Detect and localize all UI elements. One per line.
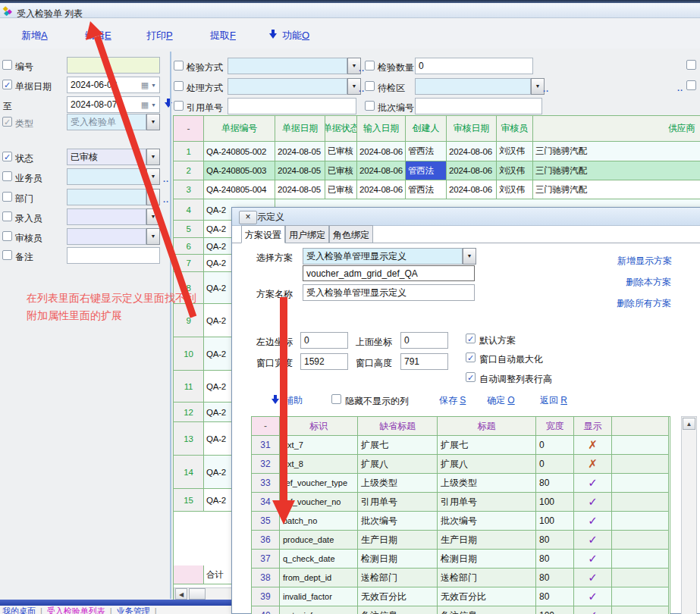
cell-width[interactable]: 80 xyxy=(536,587,574,606)
check-method-browse-dots[interactable]: .. xyxy=(359,64,365,73)
table-row[interactable]: 33ref_voucher_type上级类型上级类型80✓ xyxy=(252,474,669,493)
wait-area-checkbox[interactable] xyxy=(365,81,375,91)
cell-width[interactable]: 100 xyxy=(536,606,574,614)
table-row[interactable]: 34ref_voucher_no引用单号引用单号100✓ xyxy=(252,493,669,512)
cell-auditor[interactable]: 刘汉伟 xyxy=(497,180,533,199)
cell-width[interactable]: 0 xyxy=(536,455,574,473)
cell-default-title[interactable]: 引用单号 xyxy=(358,493,438,511)
header-field-id[interactable]: 标识 xyxy=(280,417,358,435)
cell-input-date[interactable]: 2024-08-06 xyxy=(357,180,406,199)
header-visible[interactable]: 显示 xyxy=(574,417,612,435)
cell-supplier[interactable]: 三门驰骋汽配 xyxy=(533,180,700,199)
dept-checkbox[interactable] xyxy=(2,192,12,202)
cell-title[interactable]: 扩展七 xyxy=(438,436,536,454)
header-width[interactable]: 宽度 xyxy=(536,417,574,435)
date-to-input[interactable]: 2024-08-07 ▦ ▼ xyxy=(67,96,160,113)
ref-no-input[interactable] xyxy=(228,98,356,114)
cell-field-id[interactable]: ref_voucher_no xyxy=(280,493,358,511)
window-height-input[interactable]: 791 xyxy=(400,353,448,370)
top-coord-input[interactable]: 0 xyxy=(400,332,448,349)
cell-width[interactable]: 80 xyxy=(536,569,574,587)
cell-voucher-no[interactable]: QA-240805-004 xyxy=(204,180,275,199)
salesman-dropdown[interactable] xyxy=(67,168,146,185)
header-auditor[interactable]: 审核员 xyxy=(497,116,533,141)
scroll-left-button[interactable]: ◀ xyxy=(175,588,187,600)
cell-title[interactable]: 送检部门 xyxy=(438,569,536,587)
cell-width[interactable]: 80 xyxy=(536,531,574,549)
cell-auditor[interactable]: 刘汉伟 xyxy=(497,161,533,180)
cell-field-id[interactable]: q_check_date xyxy=(280,550,358,568)
cell-field-id[interactable]: ext_8 xyxy=(280,455,358,473)
table-row[interactable]: 35batch_no批次编号批次编号100✓ xyxy=(252,512,669,531)
no-filter-input[interactable] xyxy=(67,57,160,74)
cell-supplier[interactable]: 三门驰骋汽配 xyxy=(533,161,700,180)
cell-voucher-date[interactable]: 2024-08-05 xyxy=(275,180,325,199)
delete-all-schemes-link[interactable]: 删除所有方案 xyxy=(617,297,671,310)
cell-title[interactable]: 备注信息 xyxy=(438,606,536,614)
status-checkbox[interactable]: ✓ xyxy=(2,152,12,161)
entry-clerk-dropdown[interactable] xyxy=(67,208,146,225)
auto-maximize-checkbox[interactable]: ✓ xyxy=(466,352,476,362)
table-row[interactable]: 3 QA-240805-004 2024-08-05 已审核 2024-08-0… xyxy=(174,180,700,199)
cell-title[interactable]: 扩展八 xyxy=(438,455,536,473)
table-row[interactable]: 37q_check_date检测日期检测日期80✓ xyxy=(252,550,669,569)
dept-browse-dots[interactable]: .. xyxy=(163,195,169,204)
header-input-date[interactable]: 输入日期 xyxy=(357,116,406,141)
cell-input-date[interactable]: 2024-08-06 xyxy=(357,161,406,180)
cell-field-id[interactable]: batch_no xyxy=(280,512,358,530)
salesman-dropdown-button[interactable]: ▼ xyxy=(146,168,160,185)
salesman-checkbox[interactable] xyxy=(2,171,12,181)
helper-menu-button[interactable]: 辅助 xyxy=(284,394,303,407)
handle-method-browse-dots[interactable]: .. xyxy=(359,84,365,93)
auditor-checkbox[interactable] xyxy=(2,231,12,241)
cell-audit-date[interactable]: 2024-08-06 xyxy=(447,180,497,199)
delete-scheme-link[interactable]: 删除本方案 xyxy=(626,276,671,289)
cell-field-id[interactable]: produce_date xyxy=(280,531,358,549)
cell-creator-selected[interactable]: 管西法 xyxy=(406,161,447,180)
date-from-checkbox[interactable]: ✓ xyxy=(2,80,12,89)
cell-audit-date[interactable]: 2024-08-06 xyxy=(447,161,497,180)
note-input[interactable] xyxy=(67,247,160,264)
cell-width[interactable]: 100 xyxy=(536,493,574,511)
cell-creator[interactable]: 管西法 xyxy=(406,180,447,199)
edge-filter-checkbox[interactable] xyxy=(686,80,696,90)
table-row[interactable]: 31ext_7扩展七扩展七0✗ xyxy=(252,436,669,455)
visible-flag-icon[interactable]: ✓ xyxy=(574,587,612,606)
visible-flag-icon[interactable]: ✗ xyxy=(574,455,612,473)
cell-supplier[interactable]: 三门驰骋汽配 xyxy=(533,142,700,161)
table-row[interactable]: 36produce_date生产日期生产日期80✓ xyxy=(252,531,669,550)
extract-button[interactable]: 提取F xyxy=(210,29,236,42)
cell-field-id[interactable]: ref_voucher_type xyxy=(280,474,358,492)
header-voucher-no[interactable]: 单据编号 xyxy=(204,116,275,141)
back-button[interactable]: 返回 R xyxy=(540,394,567,407)
auditor-dropdown[interactable] xyxy=(67,228,146,245)
hide-columns-checkbox[interactable] xyxy=(331,394,341,404)
scheme-name-input[interactable]: 受入检验单管理显示定义 xyxy=(303,284,475,301)
save-button[interactable]: 保存 S xyxy=(439,394,466,407)
header-supplier[interactable]: 供应商 xyxy=(533,116,700,141)
table-row[interactable]: 38from_dept_id送检部门送检部门80✓ xyxy=(252,569,669,587)
handle-method-dropdown[interactable] xyxy=(228,78,347,95)
edit-button[interactable]: 编辑E xyxy=(85,29,111,42)
tab-user-binding[interactable]: 用户绑定 xyxy=(285,225,329,243)
visible-flag-icon[interactable]: ✓ xyxy=(574,569,612,587)
entry-clerk-dropdown-button[interactable]: ▼ xyxy=(146,208,160,225)
auto-row-height-checkbox[interactable]: ✓ xyxy=(466,372,476,382)
check-qty-checkbox[interactable] xyxy=(365,61,375,70)
cell-creator[interactable]: 管西法 xyxy=(406,142,447,161)
calendar-icon[interactable]: ▦ xyxy=(141,100,149,110)
cell-default-title[interactable]: 扩展八 xyxy=(358,455,438,473)
ref-no-checkbox[interactable] xyxy=(174,101,184,111)
vertical-scrollbar[interactable]: ▲ xyxy=(681,416,697,614)
cell-title[interactable]: 批次编号 xyxy=(438,512,536,530)
visible-flag-icon[interactable]: ✓ xyxy=(574,493,612,511)
type-dropdown-button[interactable]: ▼ xyxy=(146,114,160,130)
cell-default-title[interactable]: 批次编号 xyxy=(358,512,438,530)
panel-splitter[interactable] xyxy=(170,52,171,599)
cell-voucher-no[interactable]: QA-240805-002 xyxy=(204,142,275,161)
bottom-tab[interactable]: 我的桌面 xyxy=(2,606,36,614)
header-title[interactable]: 标题 xyxy=(438,417,536,435)
check-method-dropdown[interactable] xyxy=(228,58,347,74)
calendar-icon[interactable]: ▦ xyxy=(141,80,149,90)
table-row[interactable]: 39invalid_factor无效百分比无效百分比80✓ xyxy=(252,587,669,606)
